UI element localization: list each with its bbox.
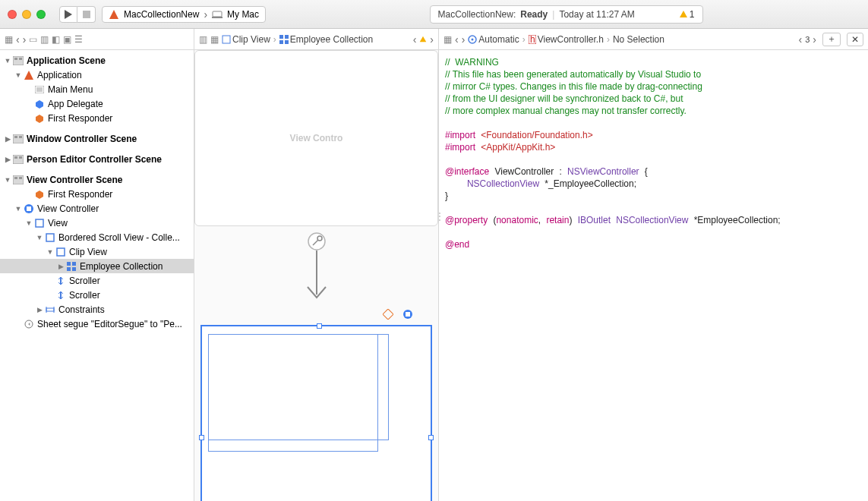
view-icon [55, 247, 67, 257]
svg-rect-29 [19, 156, 22, 159]
assist-breadcrumb[interactable]: Automatic › h ViewController.h › No Sele… [468, 34, 664, 45]
outline-row[interactable]: ▼View Controller [0, 201, 194, 216]
outline-row[interactable]: ▼Clip View [0, 244, 194, 259]
warning-badge[interactable]: 1 [680, 9, 695, 20]
outline-row[interactable]: Scroller [0, 288, 194, 302]
scroller-icon [55, 290, 67, 301]
counter-next-button[interactable]: › [813, 33, 816, 46]
first-responder-icon[interactable] [382, 308, 394, 320]
nav-back-button[interactable]: ‹ [16, 33, 20, 46]
outline-row[interactable]: ▼Application Scene [0, 53, 194, 68]
svg-rect-39 [67, 262, 71, 266]
svg-marker-23 [36, 115, 43, 123]
view-icon [222, 35, 231, 44]
stop-button[interactable] [77, 6, 96, 23]
outline-label: Main Menu [48, 84, 93, 95]
canvas-breadcrumb[interactable]: Clip View › Employee Collection [222, 34, 373, 45]
disclosure-triangle[interactable]: ▼ [35, 234, 44, 241]
disclosure-triangle[interactable]: ▼ [3, 176, 12, 184]
navigator-jumpbar: ▦ ‹ › ▭ ▥ ◧ ▣ ☰ [0, 29, 194, 49]
outline-row[interactable]: Main Menu [0, 82, 194, 96]
close-window-button[interactable] [8, 10, 17, 19]
canvas-next-button[interactable]: › [430, 33, 434, 46]
zoom-window-button[interactable] [36, 10, 46, 19]
split-grabber[interactable]: ⋮ [434, 194, 445, 239]
outline-row[interactable]: ▼Application [0, 68, 194, 82]
svg-marker-2 [109, 10, 118, 19]
outline-row[interactable]: ▶Window Controller Scene [0, 131, 194, 146]
run-button[interactable] [59, 6, 77, 23]
ib-canvas[interactable]: View Contro [194, 50, 439, 501]
automatic-icon [468, 35, 477, 44]
outline-row[interactable]: ▼View [0, 216, 194, 230]
outline-label: App Delegate [48, 99, 103, 109]
activity-view[interactable]: MacCollectionNew: Ready | Today at 11:27… [430, 5, 703, 24]
outline-row[interactable]: First Responder [0, 111, 194, 125]
outline-row[interactable]: ▶Person Editor Controller Scene [0, 152, 194, 166]
disclosure-triangle[interactable]: ▶ [3, 156, 12, 163]
outline-toggle-icon[interactable]: ▥ [199, 34, 207, 45]
canvas-mode-icon[interactable]: ▦ [210, 34, 219, 45]
outline-row[interactable]: ▶Constraints [0, 302, 194, 317]
assistant-editor[interactable]: // WARNING // This file has been generat… [439, 50, 868, 501]
view-mode-icon-3[interactable]: ◧ [52, 34, 60, 45]
collection-view-selection[interactable] [200, 325, 432, 501]
outline-row[interactable]: ▼View Controller Scene [0, 172, 194, 187]
disclosure-triangle[interactable]: ▼ [46, 248, 55, 256]
view-mode-icon-5[interactable]: ☰ [74, 34, 83, 45]
document-outline[interactable]: ▼Application Scene▼ApplicationMain MenuA… [0, 50, 194, 501]
disclosure-triangle[interactable]: ▼ [24, 219, 33, 227]
close-assistant-button[interactable]: ✕ [847, 33, 863, 46]
canvas-prev-button[interactable]: ‹ [413, 33, 417, 46]
svg-rect-35 [27, 206, 31, 211]
outline-row[interactable]: ▼Bordered Scroll View - Colle... [0, 230, 194, 244]
view-icon [33, 218, 46, 228]
scheme-selector[interactable]: MacCollectionNew › My Mac [102, 6, 266, 23]
svg-rect-27 [13, 155, 24, 164]
outline-label: View Controller [37, 203, 99, 214]
status-word: Ready [520, 9, 548, 20]
svg-rect-37 [46, 234, 54, 241]
menu-icon [33, 84, 46, 95]
svg-rect-4 [212, 17, 223, 18]
app-icon [109, 9, 119, 20]
coll-icon [65, 261, 77, 272]
add-assistant-button[interactable]: ＋ [822, 33, 841, 46]
svg-rect-25 [14, 136, 17, 138]
outline-label: Application Scene [27, 55, 106, 66]
disclosure-triangle[interactable]: ▼ [14, 205, 23, 213]
chevron-right-icon: › [204, 8, 207, 20]
view-mode-icon-1[interactable]: ▭ [29, 34, 37, 45]
outline-row[interactable]: ▶Employee Collection [0, 259, 194, 273]
outline-row[interactable]: Sheet segue "EditorSegue" to "Pe... [0, 317, 194, 331]
disclosure-triangle[interactable]: ▶ [3, 135, 12, 143]
outline-row[interactable]: Scroller [0, 273, 194, 288]
svg-rect-31 [14, 177, 17, 179]
window-traffic-lights [8, 10, 46, 19]
scene-icon [12, 55, 24, 66]
disclosure-triangle[interactable]: ▼ [3, 57, 12, 65]
disclosure-triangle[interactable]: ▶ [56, 263, 65, 270]
minimize-window-button[interactable] [22, 10, 31, 19]
nav-fwd-button[interactable]: › [23, 33, 27, 46]
view-controller-thumbnail[interactable]: View Contro [194, 50, 438, 226]
svg-text:h: h [530, 35, 535, 44]
collection-icon [279, 35, 289, 44]
view-mode-icon-4[interactable]: ▣ [63, 34, 71, 45]
assist-back-button[interactable]: ‹ [455, 33, 459, 46]
view-mode-icon-2[interactable]: ▥ [40, 34, 49, 45]
svg-marker-22 [36, 100, 43, 109]
outline-row[interactable]: App Delegate [0, 96, 194, 111]
outline-row[interactable]: First Responder [0, 187, 194, 201]
svg-rect-6 [279, 35, 283, 39]
disclosure-triangle[interactable]: ▼ [14, 71, 23, 79]
related-items-icon[interactable]: ▦ [5, 34, 13, 45]
view-controller-icon[interactable] [402, 308, 414, 320]
counter-prev-button[interactable]: ‹ [799, 33, 803, 46]
svg-rect-14 [13, 56, 24, 65]
related-items-icon[interactable]: ▦ [443, 34, 452, 45]
assist-fwd-button[interactable]: › [462, 33, 466, 46]
assistant-jumpbar: ▦ ‹ › Automatic › h ViewController.h › N… [439, 29, 868, 49]
outline-label: Scroller [69, 290, 100, 301]
disclosure-triangle[interactable]: ▶ [35, 306, 44, 314]
